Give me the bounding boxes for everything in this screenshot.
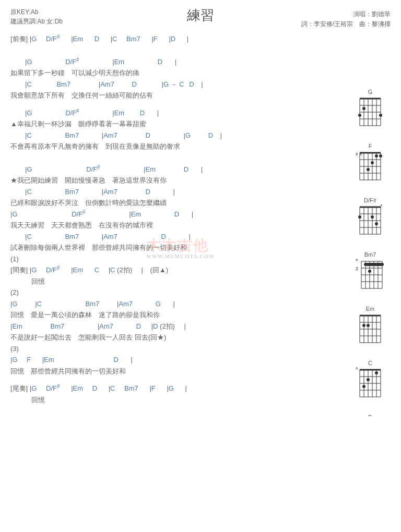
- svg-text:2: 2: [356, 266, 358, 271]
- chord-diagram-c: C x: [355, 360, 385, 400]
- chord-line: |G D/F# |Em D |: [10, 209, 300, 220]
- chord-line: |C Bm7 |Am7 D |: [10, 187, 300, 197]
- header: 原KEY:Ab 建議男調:Ab 女:Db 練習 演唱：劉德華 詞：李安修/王裕宗…: [10, 6, 391, 25]
- meta-left: 原KEY:Ab 建議男調:Ab 女:Db: [10, 7, 63, 26]
- svg-point-87: [367, 378, 370, 381]
- outro-line: [尾奏] |G D/F# |Em D |C Bm7 |F |G |: [10, 383, 300, 394]
- chord-line: |G F |Em D |: [10, 355, 300, 365]
- svg-text:x: x: [356, 259, 358, 262]
- svg-point-60: [368, 270, 371, 273]
- chord-diagram-d: D x: [355, 414, 385, 416]
- chord-line: |G D/F# |Em D |: [10, 108, 300, 118]
- chord-diagrams: G F xx D/F# x Bm7 x2 Em C x: [355, 89, 385, 416]
- lyric-line: 如果留下多一秒鐘 可以減少明天想你的痛: [10, 68, 300, 78]
- credits-line: 詞：李安修/王裕宗 曲：黎沸揮: [301, 19, 391, 29]
- fretboard-icon: x: [356, 367, 385, 398]
- intro-label: [前奏]: [10, 35, 28, 43]
- chord-diagram-g: G: [355, 89, 385, 128]
- lyric-line: 不會再有原本平凡無奇的擁有 到現在竟像是無助的奢求: [10, 141, 300, 152]
- meta-right: 演唱：劉德華 詞：李安修/王裕宗 曲：黎沸揮: [301, 9, 391, 29]
- chord-line: |G |C Bm7 |Am7 G |: [10, 299, 300, 309]
- lyric-line: 不是說好一起闖出去 怎能剩我一人回去 回去(回★): [10, 332, 300, 343]
- fretboard-icon: [357, 96, 383, 127]
- chord-diagram-bm7: Bm7 x2: [355, 251, 385, 291]
- fretboard-icon: x: [356, 204, 385, 236]
- lyric-line: 已經和眼淚說好不哭泣 但倒數計時的愛該怎麼繼續: [10, 198, 300, 208]
- lyric-line: ★我已開始練習 開始慢慢著急 著急這世界沒有你: [10, 175, 300, 186]
- marker-3: (3): [10, 344, 300, 354]
- lyric-line: 回憶 愛是一萬公頃的森林 迷了路的卻是我和你: [10, 310, 300, 320]
- svg-point-27: [375, 154, 378, 158]
- key-suggest: 建議男調:Ab 女:Db: [10, 17, 63, 26]
- chord-line: |Em Bm7 |Am7 D |D (2拍) |: [10, 321, 300, 332]
- svg-point-45: [375, 222, 378, 225]
- outro-label: [尾奏]: [10, 384, 28, 392]
- lyric-line: ▲幸福只剩一杯沙漏 眼睜睜看著一幕幕甜蜜: [10, 119, 300, 129]
- svg-point-30: [367, 168, 370, 171]
- interlude-label: [間奏]: [10, 266, 28, 274]
- svg-text:x: x: [356, 151, 358, 156]
- svg-point-88: [362, 385, 365, 388]
- fretboard-icon: x2: [356, 259, 385, 290]
- svg-point-44: [371, 215, 374, 219]
- svg-point-73: [367, 324, 370, 327]
- fretboard-icon: xx: [356, 150, 385, 182]
- chord-line: |G D/F# |Em D |: [10, 164, 300, 175]
- lyric-line: 我天天練習 天天都會熟悉 在沒有你的城市裡: [10, 220, 300, 231]
- marker-2: (2): [10, 287, 300, 298]
- svg-point-12: [358, 114, 361, 117]
- chord-diagram-em: Em: [355, 306, 385, 345]
- intro-line: [前奏] |G D/F# |Em D |C Bm7 |F |D |: [10, 34, 300, 44]
- lyric-line: 我會願意放下所有 交換任何一絲絲可能的佔有: [10, 90, 300, 101]
- lyric-line: 回憶 那些曾經共同擁有的一切美好和: [10, 366, 300, 377]
- memory-label: 回憶: [10, 395, 300, 405]
- svg-point-28: [379, 154, 382, 158]
- lyric-line: 試著刪除每個兩人世界裡 那些曾經共同擁有的一切美好和: [10, 243, 300, 253]
- key-original: 原KEY:Ab: [10, 7, 63, 17]
- svg-point-72: [362, 324, 365, 327]
- singer-line: 演唱：劉德華: [301, 9, 391, 19]
- interlude-line: [間奏] |G D/F# |Em C |C (2拍) | (回▲): [10, 265, 300, 275]
- sheet-body: [前奏] |G D/F# |Em D |C Bm7 |F |D | |G D/F…: [10, 34, 300, 405]
- chord-line: |C Bm7 |Am7 D |: [10, 232, 300, 242]
- svg-point-29: [371, 161, 374, 164]
- svg-text:x: x: [356, 367, 358, 370]
- fretboard-icon: [357, 313, 383, 344]
- chord-line: |C Bm7 |Am7 D |G － C D |: [10, 79, 300, 90]
- chord-diagram-dfs: D/F# x: [355, 197, 385, 237]
- svg-point-13: [379, 114, 382, 117]
- chord-line: |G D/F# |Em D |: [10, 57, 300, 67]
- svg-point-11: [362, 107, 365, 110]
- marker-1: (1): [10, 254, 300, 264]
- svg-rect-59: [364, 263, 384, 266]
- svg-point-86: [375, 371, 378, 374]
- chord-diagram-f: F xx: [355, 143, 385, 183]
- memory-label: 回憶: [10, 276, 300, 287]
- svg-point-43: [358, 215, 361, 219]
- chord-line: |C Bm7 |Am7 D |G D |: [10, 130, 300, 141]
